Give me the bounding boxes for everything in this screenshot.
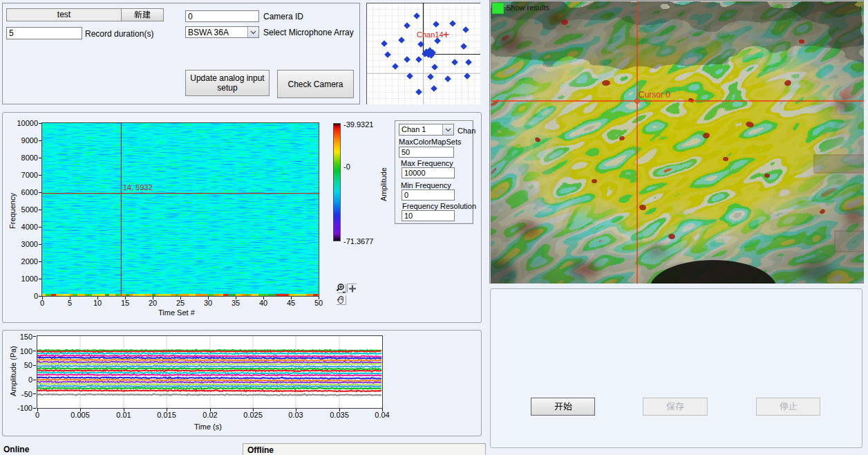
- svg-text:Chan14: Chan14: [417, 30, 444, 39]
- svg-text:14, 5932: 14, 5932: [123, 183, 153, 192]
- svg-text:Show results: Show results: [506, 3, 549, 12]
- svg-text:Cursor 0: Cursor 0: [639, 90, 670, 100]
